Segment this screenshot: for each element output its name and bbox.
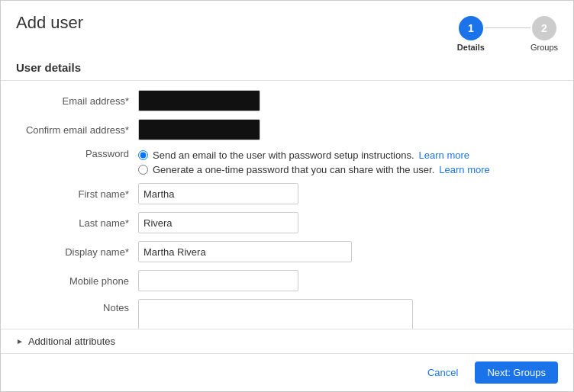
- section-title: User details: [1, 58, 573, 81]
- password-option-2-link[interactable]: Learn more: [439, 164, 489, 175]
- step-1-circle: 1: [459, 16, 483, 40]
- first-name-row: First name*: [16, 183, 558, 204]
- display-name-label: Display name*: [16, 246, 138, 258]
- first-name-label: First name*: [16, 188, 138, 200]
- display-name-row: Display name*: [16, 241, 558, 262]
- password-label: Password: [16, 148, 138, 159]
- cancel-button[interactable]: Cancel: [418, 362, 467, 383]
- display-name-input[interactable]: [138, 241, 352, 262]
- password-row: Password Send an email to the user with …: [16, 148, 558, 175]
- confirm-email-label: Confirm email address*: [16, 124, 138, 136]
- password-option-1-text: Send an email to the user with password …: [153, 149, 414, 161]
- next-groups-button[interactable]: Next: Groups: [475, 361, 558, 384]
- notes-row: Notes: [16, 299, 558, 329]
- step-2-circle: 2: [532, 16, 556, 40]
- header: Add user 1 Details 2 Groups: [1, 1, 573, 58]
- email-row: Email address*: [16, 90, 558, 111]
- chevron-icon: ►: [16, 337, 24, 345]
- confirm-email-masked: [138, 119, 260, 140]
- stepper: 1 Details 2 Groups: [457, 13, 558, 52]
- step-2: 2 Groups: [530, 16, 558, 52]
- password-radio-1[interactable]: [138, 150, 148, 160]
- confirm-email-row: Confirm email address*: [16, 119, 558, 140]
- password-options: Send an email to the user with password …: [138, 148, 490, 175]
- page-wrapper: Add user 1 Details 2 Groups User details…: [0, 0, 574, 392]
- password-option-2-text: Generate a one-time password that you ca…: [153, 164, 434, 175]
- step-connector: [485, 27, 530, 28]
- first-name-input[interactable]: [138, 183, 298, 204]
- form-area: Email address* Confirm email address* Pa…: [1, 81, 573, 329]
- step-2-label: Groups: [530, 43, 558, 52]
- mobile-phone-label: Mobile phone: [16, 275, 138, 287]
- last-name-input[interactable]: [138, 212, 298, 233]
- step-1: 1 Details: [457, 16, 485, 52]
- additional-attributes-label: Additional attributes: [28, 336, 115, 347]
- email-masked: [138, 90, 260, 111]
- additional-attributes[interactable]: ► Additional attributes: [1, 329, 573, 353]
- password-radio-2[interactable]: [138, 165, 148, 175]
- password-option-1-link[interactable]: Learn more: [419, 149, 469, 161]
- footer: Cancel Next: Groups: [1, 353, 573, 391]
- password-option-2-row: Generate a one-time password that you ca…: [138, 164, 490, 175]
- last-name-label: Last name*: [16, 217, 138, 229]
- mobile-phone-input[interactable]: [138, 270, 298, 291]
- password-option-1-row: Send an email to the user with password …: [138, 149, 490, 161]
- step-1-label: Details: [457, 43, 485, 52]
- email-label: Email address*: [16, 95, 138, 107]
- page-title: Add user: [16, 13, 83, 33]
- mobile-phone-row: Mobile phone: [16, 270, 558, 291]
- notes-label: Notes: [16, 299, 138, 313]
- notes-textarea[interactable]: [138, 299, 413, 329]
- last-name-row: Last name*: [16, 212, 558, 233]
